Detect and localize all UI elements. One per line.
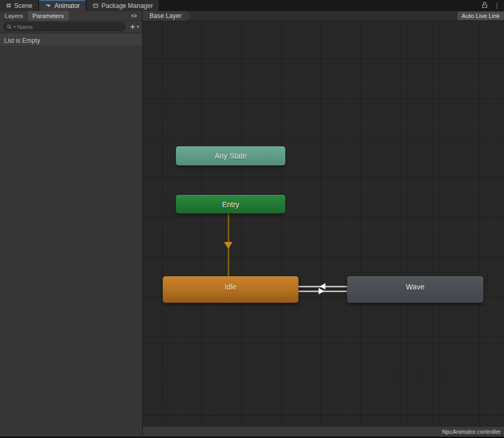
search-filter-caret-icon[interactable]: ▾: [14, 25, 16, 29]
unity-animator-window: Scene Animator Package Manager ⋮ Layers: [0, 0, 504, 438]
window-tab-bar: Scene Animator Package Manager ⋮: [0, 0, 504, 11]
add-parameter-button[interactable]: + ▾: [130, 22, 139, 31]
search-field[interactable]: ▾: [3, 22, 126, 31]
state-machine-canvas[interactable]: Any State Entry Idle Wave: [143, 21, 504, 427]
tab-animator[interactable]: Animator: [39, 0, 86, 11]
chevron-down-icon: ▾: [137, 24, 139, 29]
eye-icon[interactable]: [130, 13, 138, 18]
parameters-tab-label: Parameters: [33, 13, 64, 19]
plus-icon: +: [130, 22, 135, 31]
tab-package-manager-label: Package Manager: [101, 2, 153, 10]
sidebar-search-row: ▾ + ▾: [0, 21, 142, 33]
auto-live-link-button[interactable]: Auto Live Link: [458, 12, 504, 20]
search-icon: [7, 22, 12, 32]
sidebar-tab-parameters[interactable]: Parameters: [28, 11, 69, 21]
parameter-list-empty-row: List is Empty: [0, 34, 142, 46]
breadcrumb-base-layer[interactable]: Base Layer: [143, 11, 191, 21]
animator-sidebar: Layers Parameters ▾ + ▾: [0, 11, 143, 438]
animator-icon: [45, 3, 52, 8]
any-state-label: Any State: [214, 152, 247, 160]
arrow-right-icon: [319, 288, 324, 294]
controller-status-bar: NpcAnimator.controller: [143, 427, 504, 436]
parameter-search-input[interactable]: [17, 24, 123, 30]
unlock-icon[interactable]: [482, 1, 488, 11]
breadcrumb-bar: Base Layer Auto Live Link: [143, 11, 504, 21]
tab-package-manager[interactable]: Package Manager: [87, 0, 158, 11]
wave-label: Wave: [406, 283, 424, 291]
window-controls: ⋮: [482, 0, 500, 11]
state-node-idle[interactable]: Idle: [163, 276, 298, 303]
sidebar-tab-layers[interactable]: Layers: [0, 11, 28, 21]
empty-message: List is Empty: [4, 37, 40, 44]
kebab-menu-icon[interactable]: ⋮: [493, 2, 500, 9]
layers-tab-label: Layers: [5, 13, 23, 19]
package-manager-icon: [92, 3, 99, 8]
tab-scene-label: Scene: [14, 2, 32, 10]
sidebar-toolbar: Layers Parameters: [0, 11, 142, 21]
graph-panel: Base Layer Auto Live Link Any State Entr…: [143, 11, 504, 438]
state-node-any-state[interactable]: Any State: [176, 146, 285, 165]
state-node-wave[interactable]: Wave: [347, 276, 483, 303]
controller-file-name: NpcAnimator.controller: [442, 428, 501, 435]
entry-label: Entry: [222, 200, 239, 209]
state-node-entry[interactable]: Entry: [176, 195, 285, 213]
idle-label: Idle: [225, 283, 237, 291]
auto-live-link-label: Auto Live Link: [462, 13, 500, 19]
breadcrumb-label: Base Layer: [150, 12, 182, 20]
tab-scene[interactable]: Scene: [0, 0, 38, 11]
arrow-down-icon: [224, 242, 232, 249]
scene-grid-icon: [6, 3, 12, 8]
tab-animator-label: Animator: [54, 2, 80, 10]
